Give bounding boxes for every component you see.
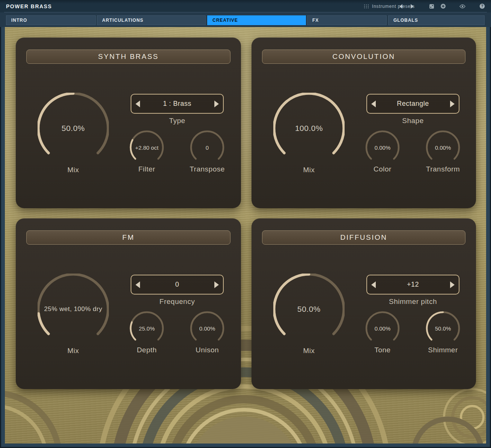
mix-knob[interactable]: 100.0% [273,93,345,164]
frequency-selector[interactable]: 0 [131,275,224,295]
arrow-left-icon [371,101,376,107]
help-button[interactable]: ? [479,3,485,9]
tab-creative[interactable]: CREATIVE [207,15,306,25]
arrow-right-icon [214,281,219,288]
arrow-left-icon [136,101,140,107]
selector-label: Shimmer pitch [366,298,459,306]
tab-articulations[interactable]: ARTICULATIONS [97,15,206,25]
selector-value[interactable]: 1 : Brass [144,100,210,108]
knob-label: Color [351,165,414,173]
knob-label: Shimmer [411,346,475,354]
plugin-window: SYNTH BRASS 50.0% Mix 1 : Brass Type +2.… [0,0,491,448]
random-dice-icon [429,4,434,9]
panel-title: DIFFUSION [262,230,465,245]
app-title: POWER BRASS [6,3,52,9]
knob-label: Unison [175,346,239,354]
selector-value[interactable]: +12 [380,281,446,289]
panel-diffusion: DIFFUSION 50.0% Mix +12 Shimmer pitch 0.… [252,218,476,389]
arrow-right-icon [450,281,455,288]
mix-knob[interactable]: 25% wet, 100% dry [38,274,109,345]
selector-prev-button[interactable] [367,275,380,294]
next-arrow-icon [411,4,414,9]
knob-label: Depth [115,346,179,354]
panel-fm: FM 25% wet, 100% dry Mix 0 Frequency 25.… [16,218,241,389]
save-preset-button[interactable] [440,3,446,9]
eye-icon [459,4,465,9]
unison-knob[interactable]: 0.00% [189,310,225,346]
tab-label: FX [312,18,319,23]
preset-grid-icon [364,5,369,8]
shimmer-pitch-selector[interactable]: +12 [366,275,459,295]
type-selector[interactable]: 1 : Brass [131,94,224,114]
tab-label: GLOBALS [393,18,418,23]
selector-prev-button[interactable] [367,95,380,113]
panel-title: FM [26,230,230,245]
mix-label: Mix [38,166,109,174]
knob-label: Transpose [175,165,239,173]
prev-arrow-icon [399,4,402,9]
transpose-knob[interactable]: 0 [189,129,225,165]
shape-selector[interactable]: Rectangle [366,94,459,114]
selector-next-button[interactable] [210,95,223,113]
tab-label: ARTICULATIONS [102,18,143,23]
shimmer-knob[interactable]: 50.0% [425,310,461,346]
selector-label: Shape [366,117,459,125]
tone-knob[interactable]: 0.00% [364,310,401,346]
panel-title-text: FM [122,233,134,242]
tab-globals[interactable]: GLOBALS [388,15,485,25]
tab-bar: INTRO ARTICULATIONS CREATIVE FX GLOBALS [0,12,491,27]
tab-label: INTRO [11,18,27,23]
help-icon: ? [479,3,485,9]
arrow-left-icon [136,281,140,288]
panel-title: SYNTH BRASS [26,50,230,64]
random-preset-button[interactable] [429,3,435,9]
selector-next-button[interactable] [446,275,459,294]
panel-convolution: CONVOLUTION 100.0% Mix Rectangle Shape 0… [252,38,476,208]
next-preset-button[interactable] [409,3,415,9]
titlebar-icons: ? [398,0,485,12]
selector-label: Type [131,117,224,125]
arrow-right-icon [214,101,219,107]
depth-knob[interactable]: 25.0% [129,310,165,346]
knob-label: Filter [115,165,179,173]
knob-label: Tone [351,346,414,354]
panel-title-text: DIFFUSION [340,233,387,242]
color-knob[interactable]: 0.00% [364,129,401,165]
transform-knob[interactable]: 0.00% [425,129,461,165]
knob-label: Transform [411,165,475,173]
arrow-left-icon [371,281,376,288]
selector-label: Frequency [131,298,224,306]
arrow-right-icon [450,101,455,107]
tab-label: CREATIVE [212,18,238,23]
selector-next-button[interactable] [210,275,223,294]
title-bar: POWER BRASS Instrument presets [0,0,491,12]
selector-value[interactable]: 0 [144,281,210,289]
show-hide-button[interactable] [459,3,465,9]
selector-prev-button[interactable] [131,95,144,113]
panel-synth-brass: SYNTH BRASS 50.0% Mix 1 : Brass Type +2.… [16,38,241,208]
selector-value[interactable]: Rectangle [380,100,446,108]
tab-fx[interactable]: FX [307,15,387,25]
mix-knob[interactable]: 50.0% [38,93,109,164]
selector-prev-button[interactable] [131,275,144,294]
panel-title-text: SYNTH BRASS [98,53,159,61]
svg-text:?: ? [481,4,483,8]
selector-next-button[interactable] [446,95,459,113]
mix-label: Mix [38,347,109,355]
panel-title-text: CONVOLUTION [333,53,395,61]
prev-preset-button[interactable] [398,3,404,9]
filter-knob[interactable]: +2.80 oct [129,129,165,165]
panel-title: CONVOLUTION [262,50,465,64]
plus-circle-icon [440,3,446,9]
mix-knob[interactable]: 50.0% [273,274,345,345]
mix-label: Mix [273,347,345,355]
mix-label: Mix [273,166,345,174]
tab-intro[interactable]: INTRO [6,15,96,25]
